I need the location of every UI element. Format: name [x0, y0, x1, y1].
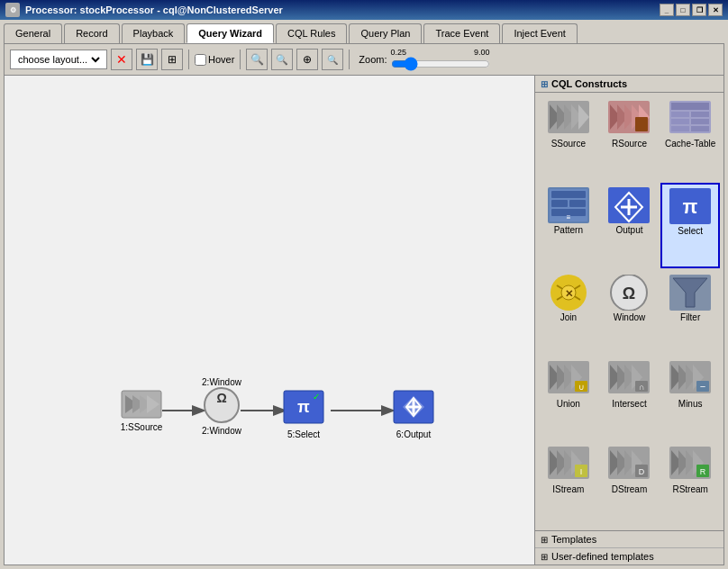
- minus-icon: −: [669, 361, 711, 397]
- svg-rect-41: [551, 200, 568, 207]
- cql-item-ssource[interactable]: SSource: [539, 96, 598, 181]
- toolbar: choose layout... ✕ 💾 ⊞ Hover 🔍 🔍 ⊕ 🔍 Zoo…: [5, 44, 723, 76]
- hover-checkbox[interactable]: [195, 54, 206, 66]
- svg-rect-32: [671, 112, 689, 117]
- templates-icon: ⊞: [541, 535, 548, 545]
- tab-query-plan[interactable]: Query Plan: [349, 23, 422, 43]
- tab-trace-event[interactable]: Trace Event: [423, 23, 500, 43]
- right-panel: ⊞ CQL Constructs: [534, 76, 723, 564]
- pattern-label: Pattern: [554, 225, 583, 235]
- split-content: 1:SSource Ω 2:Window 2:Window: [5, 76, 723, 564]
- pattern-icon: ≡: [548, 187, 589, 223]
- cql-item-pattern[interactable]: ≡ Pattern: [539, 183, 598, 269]
- window-label: Window: [614, 312, 646, 322]
- cache-table-icon: [669, 101, 711, 137]
- cql-item-minus[interactable]: − Minus: [660, 357, 720, 441]
- zoom-max: 9.00: [474, 48, 490, 57]
- restore-btn[interactable]: ❐: [692, 4, 706, 16]
- cql-item-join[interactable]: ✕ Join: [539, 270, 598, 355]
- svg-rect-29: [635, 117, 648, 131]
- cql-grid: SSource: [535, 93, 723, 530]
- tab-query-wizard[interactable]: Query Wizard: [187, 23, 274, 43]
- output-icon: [608, 187, 650, 223]
- svg-text:π: π: [297, 398, 310, 416]
- tabs-bar: General Record Playback Query Wizard CQL…: [0, 20, 728, 43]
- window-controls[interactable]: _ □ ❐ ✕: [660, 4, 723, 16]
- intersect-icon: ∩: [608, 361, 650, 397]
- cql-item-intersect[interactable]: ∩ Intersect: [600, 357, 660, 441]
- separator-3: [349, 50, 350, 69]
- ssource-label: SSource: [551, 139, 586, 149]
- canvas-area: 1:SSource Ω 2:Window 2:Window: [5, 76, 534, 564]
- window-label-top: 2:Window: [202, 377, 242, 387]
- filter-icon: [669, 275, 711, 311]
- zoom-out-btn[interactable]: 🔍: [271, 49, 293, 70]
- cql-item-filter[interactable]: Filter: [660, 270, 720, 355]
- filter-label: Filter: [680, 312, 700, 322]
- node-select[interactable]: π ✓ 5:Select: [284, 391, 323, 439]
- cql-item-union[interactable]: ∪ Union: [539, 357, 598, 441]
- cache-table-label: Cache-Table: [665, 139, 715, 149]
- dstream-icon: D: [608, 447, 650, 483]
- rstream-label: RStream: [672, 484, 707, 494]
- window-title: Processor: stockProcessor - cql@NonClust…: [25, 5, 660, 15]
- node-window[interactable]: Ω 2:Window: [202, 388, 242, 436]
- svg-rect-40: [551, 191, 586, 198]
- zoom-min: 0.25: [391, 48, 407, 57]
- cql-item-rsource[interactable]: RSource: [600, 96, 660, 181]
- svg-rect-33: [691, 112, 709, 117]
- cql-item-dstream[interactable]: D DStream: [600, 442, 660, 527]
- svg-text:∩: ∩: [639, 383, 644, 392]
- save-btn[interactable]: 💾: [136, 49, 158, 70]
- bottom-panels: ⊞ Templates ⊞ User-defined templates: [535, 530, 723, 564]
- layout-dropdown[interactable]: choose layout...: [10, 50, 107, 69]
- cql-panel-title: ⊞ CQL Constructs: [535, 76, 723, 93]
- node-output[interactable]: 6:Output: [394, 391, 433, 439]
- node-ssource[interactable]: 1:SSource: [121, 391, 163, 432]
- join-label: Join: [560, 312, 577, 322]
- svg-rect-42: [569, 200, 586, 207]
- rstream-icon: R: [669, 447, 711, 483]
- svg-rect-35: [691, 119, 709, 124]
- delete-btn[interactable]: ✕: [111, 49, 132, 70]
- user-defined-panel[interactable]: ⊞ User-defined templates: [535, 548, 723, 564]
- separator-1: [188, 50, 189, 69]
- cql-item-window[interactable]: Ω Window: [600, 270, 660, 355]
- close-btn[interactable]: ✕: [708, 4, 723, 16]
- cql-item-rstream[interactable]: R RStream: [660, 442, 720, 527]
- hover-label[interactable]: Hover: [195, 54, 234, 66]
- app-icon: ⚙: [5, 3, 20, 17]
- cql-item-cache-table[interactable]: Cache-Table: [660, 96, 720, 181]
- svg-text:D: D: [639, 467, 645, 476]
- main-container: General Record Playback Query Wizard CQL…: [0, 20, 728, 569]
- grid-btn[interactable]: ⊞: [161, 49, 183, 70]
- cql-item-select[interactable]: π Select: [660, 183, 720, 269]
- svg-text:I: I: [580, 467, 583, 476]
- svg-rect-37: [691, 126, 709, 131]
- minus-label: Minus: [678, 399, 703, 409]
- zoom-section: Zoom: 0.25 9.00: [359, 48, 489, 71]
- zoom-in-btn[interactable]: 🔍: [246, 49, 268, 70]
- zoom-slider[interactable]: [391, 57, 490, 71]
- cql-item-output[interactable]: Output: [600, 183, 660, 269]
- zoom-label: Zoom:: [359, 54, 387, 65]
- search-btn[interactable]: 🔍: [322, 49, 343, 70]
- svg-text:✓: ✓: [313, 392, 320, 402]
- cql-item-istream[interactable]: I IStream: [539, 442, 598, 527]
- tab-playback[interactable]: Playback: [122, 23, 186, 43]
- rsource-icon: [608, 101, 650, 137]
- tab-general[interactable]: General: [4, 23, 62, 43]
- maximize-btn[interactable]: □: [676, 4, 690, 16]
- tab-cql-rules[interactable]: CQL Rules: [276, 23, 347, 43]
- tab-record[interactable]: Record: [64, 23, 119, 43]
- layout-select[interactable]: choose layout...: [14, 53, 103, 66]
- canvas-svg: 1:SSource Ω 2:Window 2:Window: [5, 76, 534, 564]
- fit-btn[interactable]: ⊕: [296, 49, 318, 70]
- templates-label: Templates: [551, 534, 596, 545]
- union-label: Union: [557, 399, 580, 409]
- templates-panel[interactable]: ⊞ Templates: [535, 531, 723, 548]
- svg-rect-34: [671, 119, 689, 124]
- svg-text:π: π: [683, 195, 698, 218]
- minimize-btn[interactable]: _: [660, 4, 674, 16]
- tab-inject-event[interactable]: Inject Event: [502, 23, 577, 43]
